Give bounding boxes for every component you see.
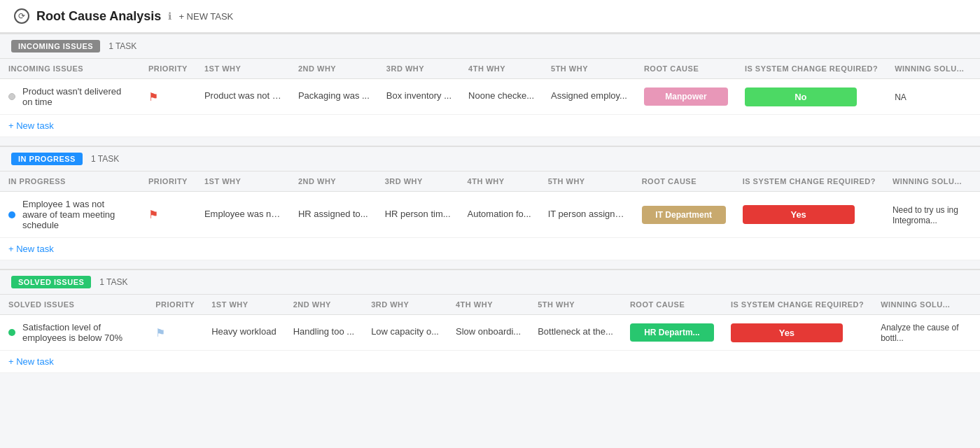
why1-text: Product was not rea... [204,90,281,101]
issue-text: Product wasn't delivered on time [22,86,132,107]
system-change-cell: No [736,79,886,115]
why2-cell: Handling too ... [285,315,363,351]
issue-text: Satisfaction level of employees is below… [22,322,139,343]
col-header-why2: 2ND WHY [290,172,377,192]
why2-cell: HR assigned to... [290,192,377,238]
table-row-inprogress-0[interactable]: Employee 1 was not aware of team meeting… [0,192,980,238]
col-header-system: IS SYSTEM CHANGE REQUIRED? [736,59,886,79]
new-task-cell[interactable]: + New task [0,351,980,373]
issue-cell: Employee 1 was not aware of team meeting… [0,192,140,238]
col-header-why3: 3RD WHY [378,59,460,79]
new-task-cell[interactable]: + New task [0,238,980,260]
col-header-system: IS SYSTEM CHANGE REQUIRED? [722,295,872,315]
col-header-root: ROOT CAUSE [636,59,736,79]
table-row-incoming-0[interactable]: Product wasn't delivered on time ⚑ Produ… [0,79,980,115]
col-header-why5: 5TH WHY [529,295,622,315]
why4-cell: Noone checke... [460,79,542,115]
col-header-why1: 1ST WHY [196,172,290,192]
col-header-priority: PRIORITY [140,172,196,192]
issue-cell: Satisfaction level of employees is below… [0,315,147,351]
why2-text: Handling too ... [293,326,354,337]
status-dot [8,93,15,100]
system-change-badge: No [745,88,857,106]
status-dot [8,211,15,218]
root-cause-badge: Manpower [644,88,728,106]
why1-text: Employee was not b... [204,209,281,219]
task-count-inprogress: 1 TASK [91,154,119,164]
system-change-badge: Yes [743,205,855,224]
back-button[interactable]: ⟳ [14,8,29,24]
col-header-priority: PRIORITY [140,59,196,79]
why3-cell: HR person tim... [377,192,459,238]
col-header-why2: 2ND WHY [290,59,378,79]
app-header: ⟳ Root Cause Analysis ℹ + NEW TASK [0,0,980,33]
col-header-winning: WINNING SOLU... [872,295,980,315]
new-task-cell[interactable]: + New task [0,115,980,137]
why3-cell: Low capacity o... [363,315,447,351]
why3-text: HR person tim... [385,209,451,219]
col-header-why5: 5TH WHY [540,172,634,192]
why1-cell: Product was not rea... [196,79,290,115]
why5-cell: IT person assigne... [540,192,634,238]
root-cause-badge: IT Department [642,206,726,224]
col-header-why4: 4TH WHY [460,59,542,79]
section-header-inprogress: IN PROGRESS 1 TASK [0,146,980,172]
why1-text: Heavy workload [211,326,276,337]
why5-cell: Bottleneck at the... [529,315,622,351]
col-header-issue: SOLVED ISSUES [0,295,147,315]
info-icon[interactable]: ℹ [168,10,172,22]
col-header-winning: WINNING SOLU... [886,59,980,79]
col-header-why1: 1ST WHY [203,295,285,315]
why5-text: Assigned employ... [551,90,627,101]
winning-text: Analyze the cause of bottl... [881,323,958,343]
why3-text: Low capacity o... [371,326,439,337]
new-task-row-solved[interactable]: + New task [0,351,980,373]
col-header-root: ROOT CAUSE [634,172,734,192]
section-header-incoming: INCOMING ISSUES 1 TASK [0,33,980,59]
task-count-solved: 1 TASK [99,277,127,287]
col-header-why4: 4TH WHY [447,295,529,315]
why3-text: Box inventory ... [386,90,451,101]
why4-cell: Slow onboardi... [447,315,529,351]
flag-icon: ⚑ [148,209,158,220]
section-header-solved: SOLVED ISSUES 1 TASK [0,269,980,295]
table-solved: SOLVED ISSUES PRIORITY 1ST WHY 2ND WHY 3… [0,295,980,373]
system-change-cell: Yes [734,192,884,238]
why4-text: Automation fo... [468,209,531,219]
table-inprogress: IN PROGRESS PRIORITY 1ST WHY 2ND WHY 3RD… [0,172,980,260]
col-header-winning: WINNING SOLU... [884,172,980,192]
col-header-why3: 3RD WHY [377,172,459,192]
main-content: INCOMING ISSUES 1 TASK INCOMING ISSUES P… [0,33,980,373]
issue-text: Employee 1 was not aware of team meeting… [22,199,132,230]
winning-text: Need to try us ing Integroma... [892,205,958,225]
new-task-row-incoming[interactable]: + New task [0,115,980,137]
why5-text: IT person assigne... [548,209,625,219]
why5-cell: Assigned employ... [542,79,636,115]
section-badge-solved: SOLVED ISSUES [11,276,91,288]
table-row-solved-0[interactable]: Satisfaction level of employees is below… [0,315,980,351]
new-task-header-button[interactable]: + NEW TASK [178,11,233,22]
col-header-why4: 4TH WHY [459,172,540,192]
flag-icon: ⚑ [148,91,158,103]
root-cause-badge: HR Departm... [630,323,714,342]
why3-cell: Box inventory ... [378,79,460,115]
col-header-why1: 1ST WHY [196,59,290,79]
why1-cell: Employee was not b... [196,192,290,238]
system-change-cell: Yes [722,315,872,351]
winning-cell: NA [886,79,980,115]
why5-text: Bottleneck at the... [538,326,613,337]
col-header-issue: INCOMING ISSUES [0,59,140,79]
why4-text: Noone checke... [468,90,534,101]
col-header-issue: IN PROGRESS [0,172,140,192]
root-cause-cell: HR Departm... [622,315,722,351]
task-count-incoming: 1 TASK [108,41,136,51]
winning-text: NA [895,92,906,102]
why2-cell: Packaging was ... [290,79,378,115]
winning-cell: Analyze the cause of bottl... [872,315,980,351]
col-header-why3: 3RD WHY [363,295,447,315]
why4-cell: Automation fo... [459,192,540,238]
new-task-row-inprogress[interactable]: + New task [0,238,980,260]
priority-cell: ⚑ [140,192,196,238]
col-header-priority: PRIORITY [147,295,203,315]
page-title: Root Cause Analysis [36,9,161,24]
